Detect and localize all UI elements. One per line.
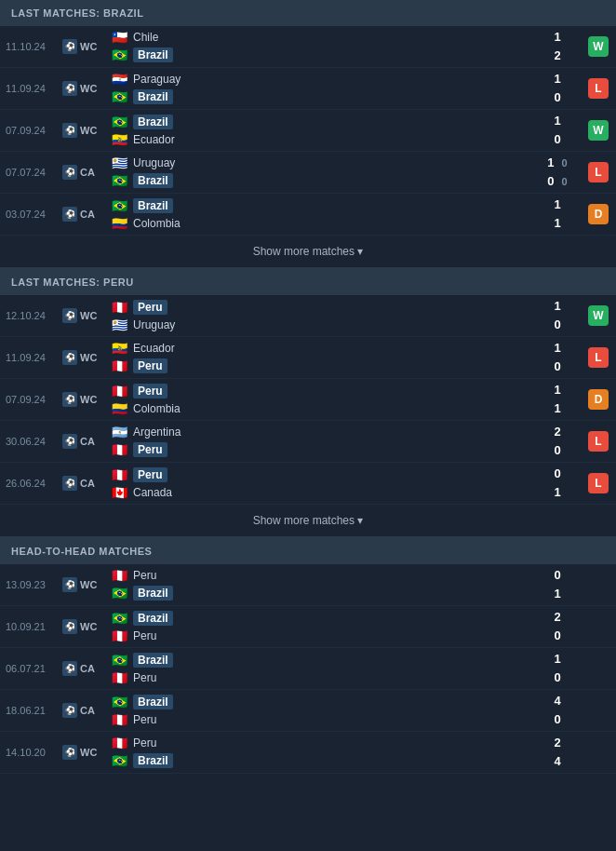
team2-row: 🇧🇷Brazil [112,46,534,64]
team2-name: Brazil [133,47,173,62]
team1-name: Brazil [133,198,173,213]
team1-name: Brazil [133,695,173,709]
match-competition: ⚽WC [60,28,112,65]
match-teams: 🇵🇪Peru🇨🇴Colombia [112,381,534,418]
team1-flag: 🇵🇪 [112,468,127,481]
team1-flag: 🇧🇷 [112,654,127,667]
score2: 0 [534,441,581,460]
match-date: 11.09.24 [0,339,60,376]
match-competition: ⚽WC [60,112,112,149]
score1: 1 [534,297,581,316]
team2-flag: 🇵🇪 [112,713,127,726]
match-teams: 🇵🇪Peru🇨🇦Canada [112,465,534,502]
team2-row: 🇪🇨Ecuador [112,131,534,148]
team2-name: Brazil [133,89,173,104]
match-date: 03.07.24 [0,196,60,233]
match-row: 11.09.24⚽WC🇵🇾Paraguay🇧🇷Brazil10L [0,68,616,110]
match-date: 10.09.21 [0,608,60,645]
team1-row: 🇵🇪Peru [112,298,534,317]
show-more-button[interactable]: Show more matches ▾ [0,505,616,538]
competition-icon: ⚽ [62,661,77,676]
match-competition: ⚽WC [60,734,112,771]
team2-row: 🇧🇷Brazil [112,751,534,770]
competition-label: WC [80,579,97,590]
match-scores: 20 [534,423,581,460]
team1-row: 🇧🇷Brazil [112,196,534,215]
team1-row: 🇦🇷Argentina [112,424,534,440]
match-row: 11.09.24⚽WC🇪🇨Ecuador🇵🇪Peru10L [0,337,616,379]
score2: 0 [534,130,581,149]
match-date: 06.07.21 [0,650,60,687]
score1: 2 [534,734,581,752]
competition-icon: ⚽ [62,619,77,634]
score2: 00 [534,172,581,191]
competition-label: CA [80,436,95,447]
team1-row: 🇵🇪Peru [112,466,534,484]
match-date: 07.07.24 [0,154,60,191]
team2-flag: 🇧🇷 [112,587,127,600]
competition-label: WC [80,394,97,405]
match-row: 03.07.24⚽CA🇧🇷Brazil🇨🇴Colombia11D [0,194,616,236]
match-teams: 🇵🇾Paraguay🇧🇷Brazil [112,70,534,107]
competition-icon: ⚽ [62,434,77,449]
team1-row: 🇺🇾Uruguay [112,155,534,171]
team1-flag: 🇦🇷 [112,426,127,439]
match-date: 11.10.24 [0,28,60,65]
score1: 0 [534,465,581,483]
match-row: 07.07.24⚽CA🇺🇾Uruguay🇧🇷Brazil1000L [0,152,616,194]
result-badge: L [588,162,609,182]
score2: 0 [534,627,581,645]
competition-icon: ⚽ [62,165,77,180]
team2-name: Brazil [133,173,173,188]
team1-name: Brazil [133,611,173,626]
match-teams: 🇺🇾Uruguay🇧🇷Brazil [112,154,534,191]
score2: 1 [534,483,581,502]
team1-flag: 🇵🇪 [112,569,127,582]
match-date: 26.06.24 [0,465,60,502]
competition-label: CA [80,705,95,716]
match-scores: 10 [534,297,581,334]
show-more-button[interactable]: Show more matches ▾ [0,236,616,269]
team1-name: Brazil [133,115,173,129]
score2: 0 [534,316,581,334]
match-date: 30.06.24 [0,423,60,460]
match-date: 07.09.24 [0,112,60,149]
competition-label: WC [80,747,97,758]
result-badge: D [588,389,609,410]
match-date: 14.10.20 [0,734,60,771]
match-scores: 10 [534,339,581,376]
result-badge: L [588,431,609,452]
match-row: 06.07.21⚽CA🇧🇷Brazil🇵🇪Peru10 [0,648,616,690]
competition-icon: ⚽ [62,308,77,323]
competition-label: WC [80,352,97,363]
match-competition: ⚽WC [60,297,112,334]
result-badge: W [588,36,609,57]
competition-icon: ⚽ [62,123,77,138]
match-scores: 40 [534,692,581,729]
team2-row: 🇵🇪Peru [112,357,534,375]
score1: 4 [534,692,581,710]
competition-icon: ⚽ [62,745,77,760]
team1-name: Paraguay [133,73,181,86]
team1-row: 🇧🇷Brazil [112,609,534,628]
competition-icon: ⚽ [62,350,77,365]
team1-name: Uruguay [133,156,175,169]
match-scores: 20 [534,608,581,645]
result-badge: W [588,120,609,141]
match-row: 14.10.20⚽WC🇵🇪Peru🇧🇷Brazil24 [0,732,616,774]
team2-name: Peru [133,629,156,642]
match-teams: 🇵🇪Peru🇧🇷Brazil [112,734,534,771]
match-scores: 10 [534,650,581,687]
result-badge: L [588,78,609,99]
match-competition: ⚽CA [60,650,112,687]
match-date: 13.09.23 [0,566,60,603]
competition-label: CA [80,478,95,489]
team1-flag: 🇪🇨 [112,342,127,355]
match-competition: ⚽CA [60,154,112,191]
team1-flag: 🇵🇪 [112,385,127,398]
competition-icon: ⚽ [62,39,77,54]
team1-name: Peru [133,569,156,582]
team2-row: 🇨🇴Colombia [112,215,534,232]
team1-row: 🇧🇷Brazil [112,651,534,669]
competition-icon: ⚽ [62,577,77,592]
